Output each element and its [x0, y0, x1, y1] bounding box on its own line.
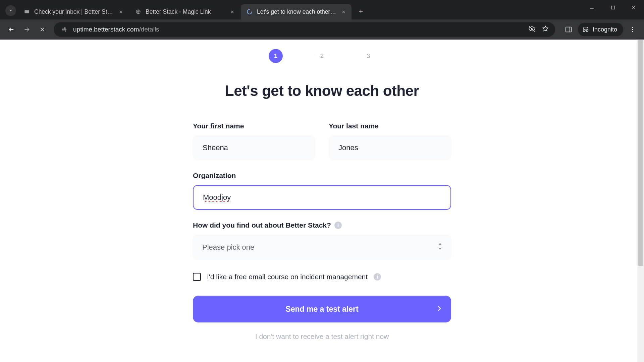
- info-icon[interactable]: i: [334, 222, 342, 229]
- nav-forward-button[interactable]: [20, 23, 34, 36]
- source-select[interactable]: Please pick one: [193, 235, 451, 260]
- kebab-icon: [629, 26, 636, 33]
- window-close-button[interactable]: [623, 0, 644, 15]
- step-2[interactable]: 2: [315, 49, 329, 63]
- new-tab-button[interactable]: [355, 5, 367, 17]
- first-name-label: Your first name: [193, 122, 315, 130]
- minimize-icon: [590, 5, 594, 10]
- last-name-input[interactable]: [329, 135, 451, 160]
- step-connector: [283, 56, 315, 56]
- page-viewport: 1 2 3 Let's get to know each other Your …: [0, 40, 644, 362]
- last-name-label: Your last name: [329, 122, 451, 130]
- submit-label: Send me a test alert: [285, 305, 358, 314]
- svg-rect-2: [611, 6, 614, 9]
- tab-title: Check your inbox | Better Stack: [34, 8, 115, 15]
- window-maximize-button[interactable]: [602, 0, 623, 15]
- side-panel-button[interactable]: [562, 23, 575, 36]
- first-name-input[interactable]: [193, 135, 315, 160]
- skip-test-alert-link[interactable]: I don't want to receive a test alert rig…: [193, 333, 451, 354]
- window-minimize-button[interactable]: [582, 0, 602, 15]
- tab-close-button[interactable]: [117, 8, 124, 15]
- info-icon[interactable]: i: [374, 273, 381, 281]
- address-bar[interactable]: uptime.betterstack.com/details: [54, 22, 555, 37]
- nav-stop-button[interactable]: [36, 23, 49, 36]
- site-settings-button[interactable]: [60, 25, 68, 34]
- svg-point-9: [632, 31, 633, 32]
- close-icon: [631, 5, 636, 10]
- incognito-label: Incognito: [593, 26, 617, 33]
- loading-icon: [246, 8, 253, 15]
- panel-icon: [565, 26, 572, 33]
- tab-search-button[interactable]: [5, 5, 16, 16]
- svg-point-4: [63, 29, 64, 30]
- organization-input[interactable]: [193, 185, 451, 210]
- favicon-icon: [23, 8, 30, 15]
- nav-back-button[interactable]: [5, 23, 18, 36]
- svg-point-8: [632, 29, 633, 30]
- tab-inbox[interactable]: Check your inbox | Better Stack: [18, 4, 129, 19]
- plus-icon: [358, 8, 364, 14]
- arrow-right-icon: [23, 26, 31, 33]
- incognito-eye-button[interactable]: [528, 25, 536, 34]
- window-controls: [582, 0, 644, 15]
- close-icon: [118, 9, 123, 14]
- url-host: uptime.betterstack.com: [73, 26, 139, 33]
- send-test-alert-button[interactable]: Send me a test alert: [193, 296, 451, 322]
- close-icon: [341, 9, 346, 14]
- browser-chrome: Check your inbox | Better Stack Better S…: [0, 0, 644, 40]
- bookmark-button[interactable]: [542, 25, 549, 34]
- incognito-icon: [582, 26, 589, 33]
- step-1[interactable]: 1: [269, 49, 283, 63]
- scrollbar-thumb[interactable]: [638, 40, 643, 266]
- toolbar-right-cluster: Incognito: [562, 23, 639, 36]
- eye-off-icon: [528, 25, 536, 33]
- incognito-chip[interactable]: Incognito: [578, 23, 623, 36]
- step-3[interactable]: 3: [361, 49, 375, 63]
- vertical-scrollbar[interactable]: [637, 40, 644, 362]
- email-course-label: I'd like a free email course on incident…: [207, 273, 368, 281]
- svg-rect-6: [566, 27, 572, 32]
- browser-menu-button[interactable]: [626, 23, 639, 36]
- tab-magic-link[interactable]: Better Stack - Magic Link: [129, 4, 240, 19]
- svg-point-7: [632, 27, 633, 28]
- maximize-icon: [611, 5, 615, 10]
- tab-onboarding[interactable]: Let's get to know each other | B: [241, 4, 352, 19]
- page-title: Let's get to know each other: [225, 82, 419, 99]
- star-icon: [542, 25, 549, 33]
- email-course-checkbox[interactable]: [193, 273, 201, 281]
- progress-stepper: 1 2 3: [269, 49, 375, 63]
- url-path: /details: [139, 26, 159, 33]
- svg-rect-0: [24, 10, 29, 13]
- chevron-down-icon: [8, 8, 13, 13]
- select-caret-icon: [438, 243, 442, 252]
- svg-point-5: [65, 31, 66, 32]
- tab-close-button[interactable]: [229, 8, 235, 15]
- organization-label: Organization: [193, 172, 451, 180]
- source-question-label: How did you find out about Better Stack?: [193, 221, 331, 229]
- onboarding-form: Your first name Your last name Organizat…: [193, 122, 451, 354]
- tab-title: Let's get to know each other | B: [257, 8, 337, 15]
- close-icon: [230, 9, 235, 14]
- tab-title: Better Stack - Magic Link: [146, 8, 211, 15]
- tab-strip: Check your inbox | Better Stack Better S…: [0, 0, 644, 19]
- select-placeholder: Please pick one: [202, 243, 254, 252]
- browser-toolbar: uptime.betterstack.com/details Incognito: [0, 19, 644, 40]
- chevron-right-icon: [437, 305, 441, 314]
- globe-icon: [135, 8, 142, 15]
- tune-icon: [61, 26, 67, 33]
- arrow-left-icon: [8, 26, 15, 33]
- step-connector: [329, 56, 361, 56]
- tab-close-button[interactable]: [340, 8, 347, 15]
- svg-point-3: [64, 27, 65, 28]
- close-icon: [39, 26, 46, 33]
